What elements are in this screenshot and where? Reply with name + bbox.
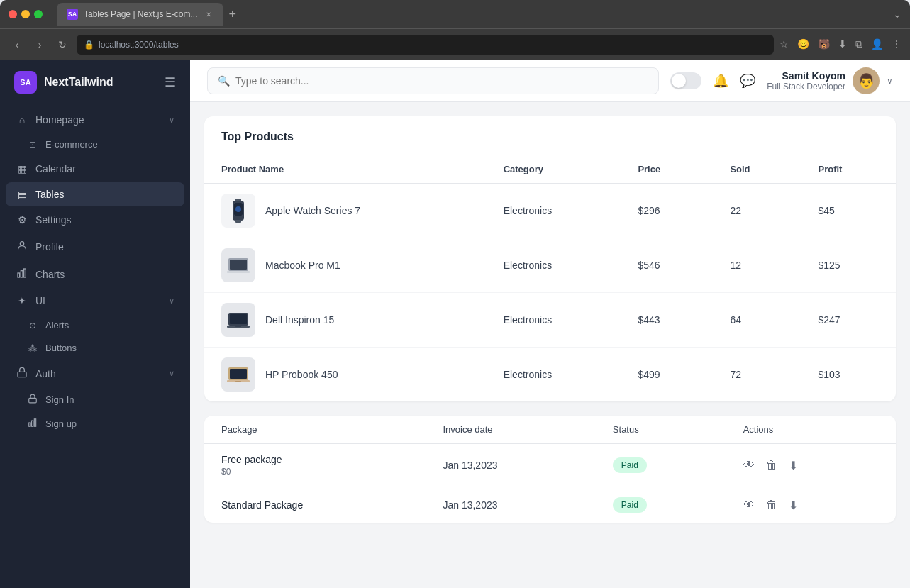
category-cell: Electronics — [487, 238, 621, 293]
sidebar-item-label: Calendar — [35, 163, 174, 174]
ecommerce-icon: ⊡ — [27, 140, 38, 150]
download-icon[interactable]: ⬇ — [789, 499, 798, 512]
user-profile-icon[interactable]: 👤 — [871, 38, 883, 50]
user-info: Samit Koyom Full Stack Developer 👨 ∨ — [767, 67, 893, 94]
sidebar-toggle-icon[interactable]: ⧉ — [855, 38, 862, 50]
extension-icon-3[interactable]: ⬇ — [838, 38, 847, 50]
more-options-icon[interactable]: ⋮ — [892, 38, 901, 50]
home-icon: ⌂ — [16, 114, 28, 126]
chevron-down-icon: ∨ — [169, 296, 174, 306]
sidebar-item-signin[interactable]: Sign In — [17, 388, 184, 411]
date-cell: Jan 13,2023 — [426, 444, 595, 487]
svg-rect-18 — [235, 272, 241, 272]
user-menu-chevron-icon[interactable]: ∨ — [887, 76, 893, 86]
category-cell: Electronics — [487, 184, 621, 238]
svg-rect-14 — [235, 220, 241, 223]
action-icons: 👁 🗑 ⬇ — [743, 499, 879, 512]
sidebar-item-signup[interactable]: Sign up — [17, 412, 184, 436]
svg-rect-16 — [230, 260, 247, 270]
traffic-light-green[interactable] — [34, 10, 43, 18]
svg-rect-4 — [18, 372, 26, 377]
forward-button[interactable]: › — [31, 39, 48, 50]
table-row: Dell Inspiron 15 Electronics $443 64 $24… — [204, 293, 896, 348]
topbar: 🔍 🔔 💬 Samit Koyom Full Stack Developer — [190, 60, 910, 102]
chevron-down-icon: ∨ — [169, 369, 174, 378]
sold-cell: 12 — [713, 238, 801, 293]
address-bar[interactable]: 🔒 localhost:3000/tables — [77, 35, 774, 55]
sidebar-item-label: UI — [35, 295, 162, 306]
col-sold: Sold — [713, 155, 801, 184]
notification-bell-icon[interactable]: 🔔 — [713, 73, 728, 89]
delete-icon[interactable]: 🗑 — [766, 459, 777, 472]
ui-icon: ✦ — [16, 295, 28, 306]
invoices-table: Package Invoice date Status Actions Free… — [204, 416, 896, 523]
sidebar-item-charts[interactable]: Charts — [6, 261, 184, 287]
extension-icon-2[interactable]: 🐻 — [818, 38, 830, 50]
bookmark-icon[interactable]: ☆ — [779, 38, 789, 50]
svg-rect-22 — [235, 326, 241, 327]
product-image — [221, 303, 255, 337]
traffic-light-red[interactable] — [9, 10, 17, 18]
status-cell: Paid — [596, 487, 726, 523]
sidebar-item-profile[interactable]: Profile — [6, 233, 184, 260]
sidebar-item-ui[interactable]: ✦ UI ∨ — [6, 289, 184, 313]
delete-icon[interactable]: 🗑 — [766, 499, 777, 511]
sidebar-item-auth[interactable]: Auth ∨ — [6, 360, 184, 387]
chat-icon[interactable]: 💬 — [740, 73, 755, 89]
reload-button[interactable]: ↻ — [54, 39, 71, 50]
sidebar-item-buttons[interactable]: ⁂ Buttons — [17, 337, 184, 359]
col-category: Category — [487, 155, 621, 184]
sidebar-item-alerts[interactable]: ⊙ Alerts — [17, 314, 184, 336]
sidebar-item-label: Tables — [35, 189, 174, 200]
product-name-cell: Apple Watch Series 7 — [204, 184, 487, 238]
sidebar-item-label: E-commerce — [45, 139, 98, 150]
view-icon[interactable]: 👁 — [743, 459, 755, 472]
sidebar-menu-icon[interactable]: ☰ — [165, 74, 176, 90]
product-name-text: Apple Watch Series 7 — [265, 205, 360, 216]
sidebar-item-calendar[interactable]: ▦ Calendar — [6, 157, 184, 181]
col-actions: Actions — [726, 416, 896, 444]
profit-cell: $247 — [801, 293, 896, 348]
price-cell: $296 — [621, 184, 713, 238]
signup-icon — [27, 418, 38, 430]
extension-icon-1[interactable]: 😊 — [797, 38, 809, 50]
package-cell: Free package $0 — [204, 444, 426, 487]
sidebar-item-ecommerce[interactable]: ⊡ E-commerce — [17, 133, 184, 155]
table-row: Standard Package Jan 13,2023 Paid 👁 🗑 — [204, 487, 896, 523]
profit-cell: $125 — [801, 238, 896, 293]
status-badge: Paid — [613, 457, 647, 473]
sidebar-navigation: ⌂ Homepage ∨ ⊡ E-commerce ▦ Calendar — [0, 108, 190, 436]
search-input[interactable] — [235, 75, 648, 87]
svg-rect-7 — [32, 421, 33, 426]
package-name: Standard Package — [221, 499, 409, 511]
homepage-subnav: ⊡ E-commerce — [6, 133, 184, 155]
col-package: Package — [204, 416, 426, 444]
new-tab-button[interactable]: + — [229, 7, 237, 22]
tables-icon: ▤ — [16, 189, 28, 200]
sidebar-item-label: Buttons — [45, 343, 77, 353]
traffic-light-yellow[interactable] — [21, 10, 30, 18]
back-button[interactable]: ‹ — [9, 39, 26, 50]
tab-list-button[interactable]: ⌄ — [893, 9, 901, 20]
table-row: HP Probook 450 Electronics $499 72 $103 — [204, 348, 896, 402]
theme-toggle[interactable] — [670, 72, 701, 89]
package-cell: Standard Package — [204, 487, 426, 523]
product-name-cell: HP Probook 450 — [204, 348, 487, 402]
chevron-down-icon: ∨ — [169, 116, 174, 125]
sidebar-item-tables[interactable]: ▤ Tables — [6, 182, 184, 206]
search-bar[interactable]: 🔍 — [207, 67, 659, 94]
table-row: Macbook Pro M1 Electronics $546 12 $125 — [204, 238, 896, 293]
topbar-actions: 🔔 💬 Samit Koyom Full Stack Developer 👨 ∨ — [670, 67, 893, 94]
view-icon[interactable]: 👁 — [743, 499, 755, 511]
tab-close-button[interactable]: ✕ — [204, 9, 213, 19]
profit-cell: $45 — [801, 184, 896, 238]
sidebar-item-label: Settings — [35, 214, 174, 226]
top-products-title: Top Products — [204, 116, 896, 155]
sidebar-item-settings[interactable]: ⚙ Settings — [6, 208, 184, 232]
download-icon[interactable]: ⬇ — [789, 459, 798, 472]
col-profit: Profit — [801, 155, 896, 184]
svg-rect-8 — [34, 419, 35, 427]
browser-tab[interactable]: SA Tables Page | Next.js E-com... ✕ — [57, 3, 223, 26]
sidebar-item-homepage[interactable]: ⌂ Homepage ∨ — [6, 108, 184, 132]
user-name: Samit Koyom — [767, 70, 845, 82]
